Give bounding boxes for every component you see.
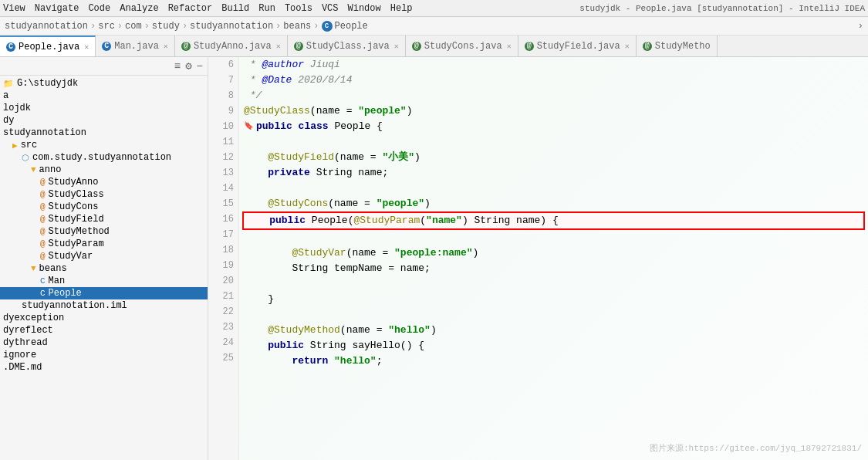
sidebar-item-studycons[interactable]: @ StudyCons [0, 201, 208, 213]
sidebar-label-iml: studyannotation.iml [22, 300, 127, 311]
line-numbers: 6 7 8 9 10 11 12 13 14 15 16 17 18 19 20… [208, 57, 239, 460]
sidebar-label-studyanno: StudyAnno [49, 177, 99, 188]
breadcrumb-current[interactable]: C People [322, 21, 368, 32]
sidebar-item-studyfield[interactable]: @ StudyField [0, 213, 208, 225]
menu-analyze[interactable]: Analyze [120, 3, 158, 14]
menu-tools[interactable]: Tools [285, 3, 312, 14]
code-content-9d: ) [407, 103, 413, 119]
sidebar-item-studyanno[interactable]: @ StudyAnno [0, 176, 208, 188]
code-editor[interactable]: * @author Jiuqi * @Date 2020/8/14 */ @St… [239, 57, 868, 460]
sidebar-item-studyparam[interactable]: @ StudyParam [0, 238, 208, 250]
tab-icon-man: C [102, 42, 111, 51]
menu-run[interactable]: Run [258, 3, 275, 14]
sidebar-item-dythread[interactable]: dythread [0, 337, 208, 349]
tab-close-man[interactable]: ✕ [164, 42, 168, 51]
menu-code[interactable]: Code [88, 3, 110, 14]
sidebar-settings-icon[interactable]: ⚙ [185, 59, 191, 73]
tab-close-studyclass[interactable]: ✕ [394, 42, 399, 51]
menu-refactor[interactable]: Refactor [168, 3, 213, 14]
menu-window[interactable]: Window [348, 3, 381, 14]
bookmark-10-icon: 🔖 [244, 119, 253, 134]
tab-studymetho-java[interactable]: @ StudyMetho [637, 36, 718, 57]
code-24-rest: sayHello() { [346, 338, 424, 353]
sidebar-item-com-study[interactable]: ⬡ com.study.studyannotation [0, 151, 208, 164]
code-12-paren: (name = [334, 150, 382, 165]
sidebar-item-studyclass[interactable]: @ StudyClass [0, 188, 208, 201]
tab-close-studycons[interactable]: ✕ [507, 42, 512, 51]
sidebar-collapse-icon[interactable]: ≡ [174, 60, 181, 73]
ln-13: 13 [213, 165, 234, 181]
sidebar-label-studyvar: StudyVar [49, 251, 93, 262]
code-content-9b: (name = [310, 103, 358, 119]
sep3: › [144, 21, 150, 32]
sidebar-item-man[interactable]: C Man [0, 275, 208, 287]
tab-man-java[interactable]: C Man.java ✕ [96, 36, 175, 57]
code-15-paren: (name = [328, 196, 376, 211]
sidebar-item-dyreflect[interactable]: dyreflect [0, 324, 208, 337]
breadcrumb-beans[interactable]: beans [283, 21, 311, 32]
sidebar-item-studyannotation[interactable]: studyannotation [0, 127, 208, 139]
sidebar-item-iml[interactable]: studyannotation.iml [0, 299, 208, 312]
code-10-class: class [299, 119, 335, 134]
sidebar-item-ignore[interactable]: ignore [0, 349, 208, 361]
beans-folder-icon: ▼ [31, 264, 36, 273]
tab-close-people[interactable]: ✕ [84, 42, 89, 52]
sidebar-item-src[interactable]: ▶ src [0, 139, 208, 151]
ln-12: 12 [213, 150, 234, 165]
sidebar-item-a[interactable]: a [0, 90, 208, 102]
sep6: › [313, 21, 319, 32]
breadcrumb-arrow[interactable]: › [858, 21, 863, 32]
sidebar-label-ignore: ignore [3, 350, 36, 360]
sidebar-item-studymethod[interactable]: @ StudyMethod [0, 225, 208, 238]
code-23-ann: @StudyMethod [268, 323, 340, 338]
breadcrumb-studyannotation2[interactable]: studyannotation [190, 21, 273, 32]
code-16-rest: ) [462, 213, 475, 228]
code-16-type: String [475, 213, 511, 228]
tab-close-studyfield[interactable]: ✕ [625, 42, 630, 51]
menu-vcs[interactable]: VCS [322, 3, 339, 14]
code-18-paren: (name = [346, 245, 394, 261]
sidebar-item-lojdk[interactable]: lojdk [0, 102, 208, 114]
code-line-13: private String name; [242, 165, 865, 181]
tab-close-studyanno[interactable]: ✕ [276, 42, 281, 51]
menu-build[interactable]: Build [221, 3, 249, 14]
tab-studyfield-java[interactable]: @ StudyField.java ✕ [518, 36, 637, 57]
sidebar-item-root[interactable]: 📁 G:\studyjdk [0, 77, 208, 90]
menu-help[interactable]: Help [390, 3, 413, 14]
sidebar-item-beans[interactable]: ▼ beans [0, 262, 208, 275]
menu-view[interactable]: View [3, 3, 25, 14]
sidebar-minimize-icon[interactable]: − [197, 60, 203, 73]
code-12-indent [244, 150, 268, 165]
ln-24: 24 [213, 335, 234, 350]
code-line-18: @StudyVar(name = "people:name") [242, 245, 865, 261]
tab-studyanno-java[interactable]: @ StudyAnno.java ✕ [175, 36, 288, 57]
breadcrumb-studyannotation[interactable]: studyannotation [5, 21, 88, 32]
breadcrumb-src[interactable]: src [98, 21, 115, 32]
menu-navigate[interactable]: Navigate [35, 3, 79, 14]
sidebar-item-dme[interactable]: .DME.md [0, 361, 208, 374]
sep1: › [90, 21, 96, 32]
sidebar-item-studyvar[interactable]: @ StudyVar [0, 250, 208, 262]
code-line-20 [242, 276, 865, 292]
code-content-7: * @Date 2020/8/14 [244, 73, 352, 88]
studyparam-icon: @ [40, 239, 46, 249]
code-line-23: @StudyMethod(name = "hello") [242, 323, 865, 338]
code-16-name: People( [312, 213, 354, 228]
sidebar-item-dy[interactable]: dy [0, 114, 208, 127]
code-25-semi: ; [377, 353, 383, 369]
tab-label-studyclass: StudyClass.java [306, 41, 390, 52]
breadcrumb-study[interactable]: study [152, 21, 180, 32]
sidebar-item-anno[interactable]: ▼ anno [0, 164, 208, 176]
tab-studycons-java[interactable]: @ StudyCons.java ✕ [406, 36, 518, 57]
code-line-10: 🔖 public class People { [242, 119, 865, 134]
code-12-close: ) [414, 150, 420, 165]
sidebar-label-studyannotation: studyannotation [3, 127, 86, 138]
tab-people-java[interactable]: C People.java ✕ [0, 36, 96, 57]
code-10-public: public [256, 119, 299, 134]
sidebar-item-people[interactable]: C People [0, 287, 208, 299]
code-23-indent [244, 323, 268, 338]
sidebar-content: 📁 G:\studyjdk a lojdk dy studyannotation [0, 76, 208, 460]
tab-studyclass-java[interactable]: @ StudyClass.java ✕ [288, 36, 406, 57]
breadcrumb-com[interactable]: com [125, 21, 142, 32]
sidebar-item-dyexception[interactable]: dyexception [0, 312, 208, 324]
